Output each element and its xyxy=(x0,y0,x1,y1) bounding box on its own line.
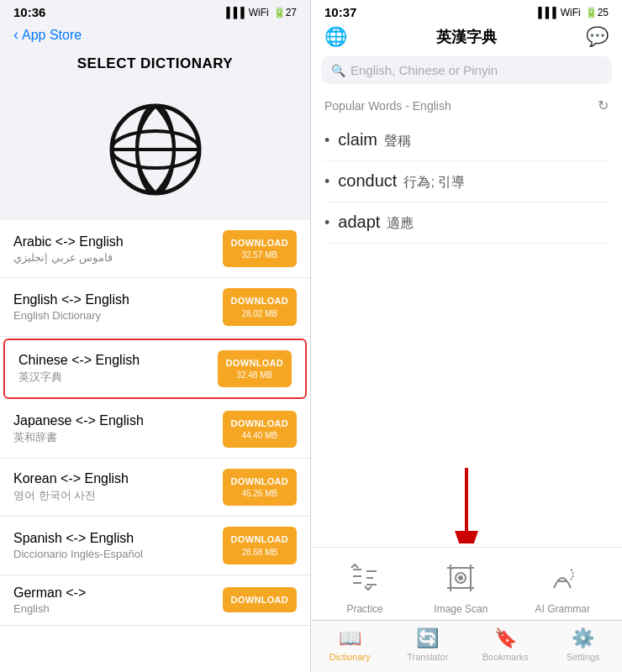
status-bar-right: 10:37 ▐▐▐ WiFi 🔋25 xyxy=(311,0,622,23)
dict-item-main-arabic: Arabic <-> English xyxy=(13,234,124,249)
tab-item-settings[interactable]: ⚙️ Settings xyxy=(558,627,609,662)
dict-item-sub-spanish: Diccionario Inglés-Español xyxy=(13,548,143,560)
word-en-adapt: adapt xyxy=(338,213,380,232)
feature-label-ai-grammar: AI Grammar xyxy=(535,603,590,615)
dict-item-german[interactable]: German <-> English DOWNLOAD xyxy=(0,575,310,626)
dict-item-text-chinese: Chinese <-> English 英汉字典 xyxy=(18,353,140,385)
battery-icon-right: 🔋25 xyxy=(585,7,609,18)
refresh-icon[interactable]: ↻ xyxy=(598,97,609,113)
back-label[interactable]: App Store xyxy=(22,28,82,43)
dict-item-sub-arabic: قاموس عربي إنجليزي xyxy=(13,251,124,264)
search-placeholder-text: English, Chinese or Pinyin xyxy=(351,63,498,77)
popular-header: Popular Words - English ↻ xyxy=(311,92,622,120)
dict-item-main-japanese: Japanese <-> English xyxy=(13,413,144,428)
download-size-spanish: 28.68 MB xyxy=(231,547,288,558)
word-item-adapt[interactable]: • adapt 適應 xyxy=(324,202,609,244)
download-label-spanish: DOWNLOAD xyxy=(231,533,288,545)
dict-item-main-german: German <-> xyxy=(13,585,86,601)
download-btn-chinese[interactable]: DOWNLOAD 32.48 MB xyxy=(218,350,292,387)
word-item-claim[interactable]: • claim 聲稱 xyxy=(324,120,609,161)
signal-icon: ▐▐▐ xyxy=(223,7,245,18)
feature-icon-image-scan xyxy=(439,556,482,600)
feature-item-ai-grammar[interactable]: AI Grammar xyxy=(535,556,590,615)
dict-item-sub-japanese: 英和辞書 xyxy=(13,430,144,445)
dict-item-korean[interactable]: Korean <-> English 영어 한국어 사전 DOWNLOAD 45… xyxy=(0,459,310,517)
bullet-icon: • xyxy=(324,173,329,191)
status-time-right: 10:37 xyxy=(324,5,356,19)
tab-item-bookmarks[interactable]: 🔖 Bookmarks xyxy=(480,627,530,662)
dict-item-main-korean: Korean <-> English xyxy=(13,471,129,486)
dict-item-sub-german: English xyxy=(13,602,86,615)
dict-item-sub-chinese: 英汉字典 xyxy=(18,370,140,385)
dictionary-list: Arabic <-> English قاموس عربي إنجليزي DO… xyxy=(0,220,310,672)
bullet-icon: • xyxy=(324,132,329,150)
download-btn-english[interactable]: DOWNLOAD 28.02 MB xyxy=(223,288,297,325)
word-list: • claim 聲稱 • conduct 行為; 引導 • adapt 適應 xyxy=(311,120,622,456)
page-title-left: SELECT DICTIONARY xyxy=(0,50,310,82)
globe-illustration xyxy=(0,82,310,220)
feature-icon-ai-grammar xyxy=(540,556,584,600)
tab-label-bookmarks: Bookmarks xyxy=(482,652,529,662)
download-label-chinese: DOWNLOAD xyxy=(226,357,283,369)
tab-label-settings: Settings xyxy=(567,652,600,662)
download-size-arabic: 32.57 MB xyxy=(231,249,288,260)
search-bar[interactable]: 🔍 English, Chinese or Pinyin xyxy=(321,56,612,84)
word-en-conduct: conduct xyxy=(338,171,397,191)
globe-header-icon[interactable]: 🌐 xyxy=(324,26,347,48)
download-size-chinese: 32.48 MB xyxy=(226,370,283,381)
download-btn-german[interactable]: DOWNLOAD xyxy=(223,587,297,612)
dict-item-main-chinese: Chinese <-> English xyxy=(18,353,140,368)
red-arrow-icon xyxy=(311,459,622,543)
download-label-arabic: DOWNLOAD xyxy=(231,237,288,249)
dict-item-english[interactable]: English <-> English English Dictionary D… xyxy=(0,278,310,336)
feature-item-practice[interactable]: Practice xyxy=(343,556,387,615)
dict-item-text-english: English <-> English English Dictionary xyxy=(13,292,129,322)
popular-label: Popular Words - English xyxy=(324,99,451,113)
dict-item-main-english: English <-> English xyxy=(13,292,129,307)
download-btn-japanese[interactable]: DOWNLOAD 44.40 MB xyxy=(223,411,297,448)
back-nav[interactable]: ‹ App Store xyxy=(0,23,310,50)
signal-icon-right: ▐▐▐ xyxy=(535,7,556,18)
feature-label-practice: Practice xyxy=(346,603,382,615)
chat-icon[interactable]: 💬 xyxy=(586,26,609,48)
download-label-english: DOWNLOAD xyxy=(231,295,288,307)
dict-item-chinese[interactable]: Chinese <-> English 英汉字典 DOWNLOAD 32.48 … xyxy=(3,339,307,399)
download-size-korean: 45.26 MB xyxy=(231,488,288,499)
download-size-japanese: 44.40 MB xyxy=(231,430,288,441)
dict-item-japanese[interactable]: Japanese <-> English 英和辞書 DOWNLOAD 44.40… xyxy=(0,401,310,459)
download-btn-korean[interactable]: DOWNLOAD 45.26 MB xyxy=(223,469,297,506)
status-icons-right: ▐▐▐ WiFi 🔋25 xyxy=(535,7,609,18)
dict-item-sub-english: English Dictionary xyxy=(13,309,129,322)
bullet-icon: • xyxy=(324,214,329,232)
search-icon: 🔍 xyxy=(331,64,345,77)
feature-item-image-scan[interactable]: Image Scan xyxy=(434,556,488,615)
tab-icon-settings: ⚙️ xyxy=(572,627,594,649)
svg-point-14 xyxy=(459,576,462,580)
tab-label-dictionary: Dictionary xyxy=(329,652,371,662)
word-en-claim: claim xyxy=(338,130,377,150)
download-size-english: 28.02 MB xyxy=(231,308,288,319)
dict-item-main-spanish: Spanish <-> English xyxy=(13,531,143,546)
globe-icon xyxy=(105,99,206,200)
wifi-icon-right: WiFi xyxy=(561,7,581,18)
tab-bar: 📖 Dictionary 🔄 Translator 🔖 Bookmarks ⚙️… xyxy=(311,620,622,672)
feature-label-image-scan: Image Scan xyxy=(434,603,488,615)
dict-item-text-arabic: Arabic <-> English قاموس عربي إنجليزي xyxy=(13,234,124,264)
status-bar-left: 10:36 ▐▐▐ WiFi 🔋27 xyxy=(0,0,310,23)
dict-item-text-spanish: Spanish <-> English Diccionario Inglés-E… xyxy=(13,531,143,560)
download-label-korean: DOWNLOAD xyxy=(231,475,288,487)
battery-icon: 🔋27 xyxy=(273,7,297,18)
arrow-area xyxy=(311,459,622,543)
right-header: 🌐 英漢字典 💬 xyxy=(311,23,622,56)
tab-item-translator[interactable]: 🔄 Translator xyxy=(403,627,453,662)
word-zh-conduct: 行為; 引導 xyxy=(403,174,465,192)
download-btn-arabic[interactable]: DOWNLOAD 32.57 MB xyxy=(223,230,297,267)
dict-item-spanish[interactable]: Spanish <-> English Diccionario Inglés-E… xyxy=(0,517,310,575)
dict-item-arabic[interactable]: Arabic <-> English قاموس عربي إنجليزي DO… xyxy=(0,220,310,278)
right-panel-title: 英漢字典 xyxy=(436,27,497,47)
tab-icon-bookmarks: 🔖 xyxy=(494,627,517,649)
download-btn-spanish[interactable]: DOWNLOAD 28.68 MB xyxy=(223,527,297,564)
word-item-conduct[interactable]: • conduct 行為; 引導 xyxy=(324,161,609,202)
dict-item-text-german: German <-> English xyxy=(13,585,86,615)
tab-item-dictionary[interactable]: 📖 Dictionary xyxy=(324,627,375,662)
